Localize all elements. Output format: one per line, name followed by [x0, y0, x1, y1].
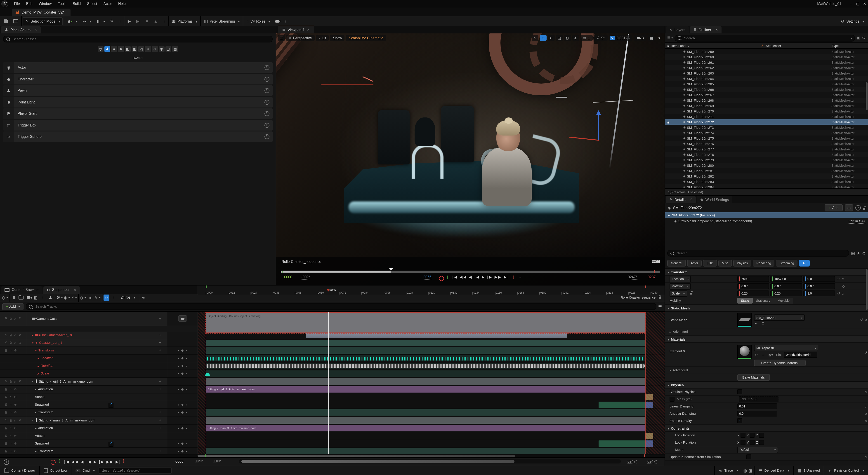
transport-buttons[interactable]: |◀◀◀◀|◀▶|▶▶▶▶|: [452, 275, 511, 279]
outliner-row[interactable]: ◉◈SM_Floor20m278StaticMeshActor: [665, 152, 868, 157]
row-visibility-icon[interactable]: ◉: [665, 55, 671, 59]
expand-arrow-icon[interactable]: ▶: [35, 411, 37, 414]
keyframe-nav[interactable]: ◂◆▸: [167, 347, 197, 354]
play-options-icon[interactable]: ⋮: [161, 19, 167, 23]
row-visibility-icon[interactable]: ◉: [665, 121, 671, 124]
lockrot-axes-y-checkbox[interactable]: [750, 440, 755, 445]
transform-section-header[interactable]: ▾Transform: [665, 268, 868, 276]
location-z-field[interactable]: 0.0: [803, 276, 835, 282]
surface-snap-icon[interactable]: ⚓: [572, 35, 579, 41]
play-button[interactable]: ▶: [482, 275, 485, 279]
track-row-animation[interactable]: ∩⊘▶Animation+◂◆▸: [0, 385, 197, 393]
keyframe-nav[interactable]: ◂◆▸: [167, 425, 197, 432]
scrub-playhead[interactable]: [389, 268, 393, 271]
track-pin-icon[interactable]: ⚲: [5, 317, 7, 320]
add-section-icon[interactable]: +: [159, 410, 161, 414]
toolbar-overflow-icon[interactable]: ⋮: [117, 19, 123, 23]
track-row-animation[interactable]: ∩⊘▶Animation+◂◆▸: [0, 425, 197, 432]
track-mute-icon[interactable]: ⊘: [14, 348, 17, 352]
expand-arrow-icon[interactable]: ▶: [35, 388, 37, 391]
keyframe-nav[interactable]: ◂◆▸: [167, 354, 197, 362]
materials-advanced-row[interactable]: ▾Advanced: [665, 367, 868, 374]
timeline-row-rotation[interactable]: [198, 362, 664, 370]
row-visibility-icon[interactable]: ◉: [665, 131, 671, 134]
keyframe-nav[interactable]: ◂◆▸: [167, 362, 197, 369]
add-section-icon[interactable]: +: [159, 333, 161, 337]
scale-tool-icon[interactable]: ◱: [556, 35, 563, 41]
static-mesh-combo[interactable]: SM_Floor20m▾: [754, 314, 805, 321]
outliner-row[interactable]: ◉◈SM_Floor20m262StaticMeshActor: [665, 65, 868, 70]
expand-arrow-icon[interactable]: ▼: [32, 419, 34, 421]
track-band[interactable]: [206, 370, 645, 376]
track-mute-icon[interactable]: ⊘: [14, 395, 17, 399]
row-visibility-icon[interactable]: ◉: [665, 77, 671, 80]
blueprint-convert-icon[interactable]: ⊶: [845, 204, 853, 211]
outliner-row[interactable]: ◉◈SM_Floor20m269StaticMeshActor: [665, 103, 868, 108]
track-row-attach[interactable]: ∩⊘Attach: [0, 432, 197, 440]
track-lock-icon[interactable]: [5, 405, 7, 406]
viewport-3d[interactable]: ☰ ◈Perspective ◐Lit Show Scalability: Ci…: [276, 33, 664, 285]
track-row-sitting-girl-2-anim-mixamo-com[interactable]: ⚲∩⊘▼Sitting_-_girl_2_Anim_mixamo_com+: [0, 377, 197, 385]
physics-section-header[interactable]: ▾Physics: [665, 381, 868, 388]
seq-playback-options-icon[interactable]: ⚡▾: [71, 295, 77, 301]
seq-camera-icon[interactable]: [25, 295, 31, 301]
timeline-row-coaster-cart-1[interactable]: [198, 339, 664, 347]
sequence-scrub-bar[interactable]: [281, 271, 660, 273]
expand-arrow-icon[interactable]: ▶: [37, 364, 39, 367]
track-mute-icon[interactable]: ⊘: [19, 317, 21, 320]
angular-keyframe-icon[interactable]: ◇: [865, 412, 867, 415]
add-section-icon[interactable]: +: [159, 379, 161, 383]
viewport-layout-icon[interactable]: ▦: [648, 35, 655, 41]
transform-range-band[interactable]: [206, 347, 645, 353]
prev-frame-button[interactable]: ◀|: [81, 460, 86, 464]
snap-magnet-icon[interactable]: ∪: [103, 295, 110, 301]
constraints-subheader[interactable]: ▾Constraints: [665, 425, 868, 432]
scale-x-field[interactable]: 0.25: [737, 291, 769, 296]
timeline-ruler[interactable]: 0000001200240036004800600072008400960108…: [197, 285, 664, 295]
move-tool-icon[interactable]: ✛: [539, 35, 546, 41]
add-track-button[interactable]: +Add▾: [2, 303, 24, 310]
track-mute-icon[interactable]: ⊘: [14, 387, 17, 391]
track-lock-icon[interactable]: [10, 318, 11, 320]
seq-settings-icon[interactable]: ⚒▾: [57, 295, 62, 301]
prev-frame-button[interactable]: ◀|: [469, 275, 474, 279]
kinematic-keyframe-icon[interactable]: ◇: [865, 455, 867, 459]
timeline-row-sitting-man-3-anim-mixamo-com[interactable]: [198, 416, 664, 425]
outliner-row[interactable]: ◉◈SM_Floor20m271StaticMeshActor: [665, 114, 868, 119]
static-mesh-section-header[interactable]: ▾Static Mesh: [665, 304, 868, 312]
details-search-field[interactable]: [667, 250, 849, 257]
place-actor-item[interactable]: ○Trigger Sphere?: [3, 131, 272, 142]
track-solo-icon[interactable]: ∩: [14, 333, 16, 337]
lockpos-axes-y-checkbox[interactable]: [750, 433, 755, 438]
console-command-field[interactable]: [99, 467, 172, 474]
selection-mode-dropdown[interactable]: ↖Selection Mode▾: [23, 17, 63, 25]
next-key-icon[interactable]: ▸: [186, 387, 187, 391]
next-key-icon[interactable]: ▸: [186, 427, 187, 430]
playhead-marker[interactable]: [327, 289, 329, 292]
menu-select[interactable]: Select: [84, 0, 100, 8]
use-selected-material-icon[interactable]: ↩: [755, 353, 758, 357]
stop-button[interactable]: ■: [144, 17, 151, 25]
next-key-icon[interactable]: ▸: [186, 372, 187, 375]
outliner-row[interactable]: ◉◈SM_Floor20m268StaticMeshActor: [665, 98, 868, 103]
timeline-row-transform[interactable]: [198, 409, 664, 416]
seq-overflow-icon[interactable]: ⋮: [40, 296, 46, 300]
to-start-button[interactable]: |◀: [64, 460, 70, 464]
timeline-row-spawned[interactable]: [198, 401, 664, 409]
outliner-filter-icon[interactable]: ☰▾: [667, 36, 673, 40]
seq-keyframe-options-icon[interactable]: ◇▾: [80, 295, 86, 301]
category-visual-effects-icon[interactable]: ∗: [145, 46, 151, 52]
track-row-spawned[interactable]: ∩⊘Spawned◂◆▸: [0, 401, 197, 409]
timeline-row-attach[interactable]: [198, 393, 664, 401]
timeline-row-attach[interactable]: [198, 432, 664, 440]
track-lock-icon[interactable]: [5, 436, 7, 437]
prev-key-icon[interactable]: ◂: [178, 357, 179, 360]
category-basic-icon[interactable]: ♟: [104, 46, 110, 52]
track-mute-icon[interactable]: ⊘: [14, 426, 17, 430]
category-volumes-icon[interactable]: ▢: [165, 46, 171, 52]
next-key-icon[interactable]: ▸: [186, 411, 187, 414]
prev-key-icon[interactable]: ◂: [178, 427, 179, 430]
row-visibility-icon[interactable]: ◉: [665, 147, 671, 151]
timeline-row-transform[interactable]: [198, 347, 664, 354]
category-geometry-icon[interactable]: ◇: [152, 46, 158, 52]
